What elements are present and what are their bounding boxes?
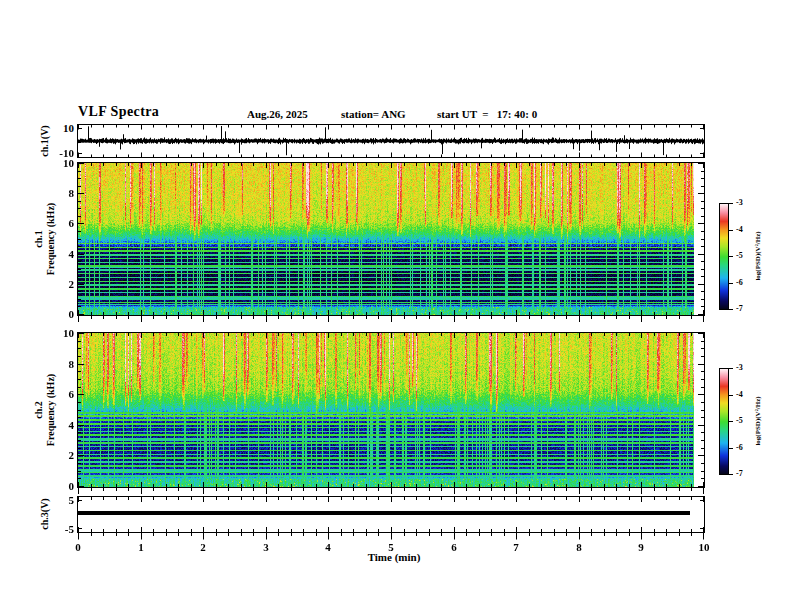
spec2-ytick: 0 [48, 480, 74, 492]
vlf-spectra-figure: VLF Spectra Aug.26, 2025 station= ANG st… [0, 0, 792, 612]
spec1-ytick: 2 [48, 278, 74, 290]
ch1-ytick: 10 [48, 122, 74, 134]
colorbar2-tick: -4 [736, 390, 743, 400]
spec1-ytick: 6 [48, 217, 74, 229]
colorbar1-tick: -4 [736, 225, 743, 235]
x-tick: 10 [691, 541, 717, 553]
spec2-ytick: 8 [48, 358, 74, 370]
spec1-ytick: 8 [48, 187, 74, 199]
spec1-ytick: 0 [48, 308, 74, 320]
colorbar-ch2 [719, 368, 734, 475]
spec1-ytick: 10 [48, 157, 74, 169]
spec1-bottom-ticks [78, 316, 704, 323]
ch2-frequency-axis-label: ch.2 Frequency (kHz) [33, 374, 56, 446]
spec2-ytick: 2 [48, 449, 74, 461]
x-tick: 3 [253, 541, 279, 553]
ch3-waveform-canvas [77, 496, 705, 533]
ch1-frequency-axis-label: ch.1 Frequency (kHz) [33, 203, 56, 275]
ch1-spectrogram-canvas [77, 162, 705, 316]
colorbar-ch1 [719, 203, 734, 310]
colorbar2-tick: -3 [736, 363, 743, 373]
x-tick: 2 [190, 541, 216, 553]
ch2-spectrogram-canvas [77, 332, 705, 488]
ch3-ytick: -5 [48, 523, 74, 535]
spec1-ytick: 4 [48, 248, 74, 260]
colorbar2-axis-label: log(PSD)(V²/Hz) [754, 396, 762, 445]
x-tick: 1 [128, 541, 154, 553]
x-tick: 5 [378, 541, 404, 553]
x-tick: 4 [315, 541, 341, 553]
x-tick: 0 [65, 541, 91, 553]
colorbar2-tick: -6 [736, 443, 743, 453]
header-station: station= ANG [341, 108, 406, 120]
x-tick: 6 [441, 541, 467, 553]
ch1-waveform-canvas [77, 124, 705, 158]
spec2-ytick: 10 [48, 327, 74, 339]
ch3-ytick: 5 [48, 494, 74, 506]
spec2-ytick: 6 [48, 388, 74, 400]
x-tick: 9 [628, 541, 654, 553]
colorbar2-tick: -7 [736, 469, 743, 479]
colorbar1-tick: -6 [736, 278, 743, 288]
header-start-ut: start UT = 17: 40: 0 [437, 108, 537, 120]
colorbar1-axis-label: log(PSD)(V²/Hz) [754, 231, 762, 280]
spec2-bottom-ticks [78, 488, 704, 495]
colorbar1-tick: -3 [736, 198, 743, 208]
x-tick: 8 [566, 541, 592, 553]
spec2-ytick: 4 [48, 419, 74, 431]
page-title: VLF Spectra [78, 104, 159, 120]
colorbar2-tick: -5 [736, 416, 743, 426]
colorbar1-tick: -7 [736, 304, 743, 314]
header-date: Aug.26, 2025 [247, 108, 308, 120]
x-tick: 7 [503, 541, 529, 553]
colorbar1-tick: -5 [736, 251, 743, 261]
